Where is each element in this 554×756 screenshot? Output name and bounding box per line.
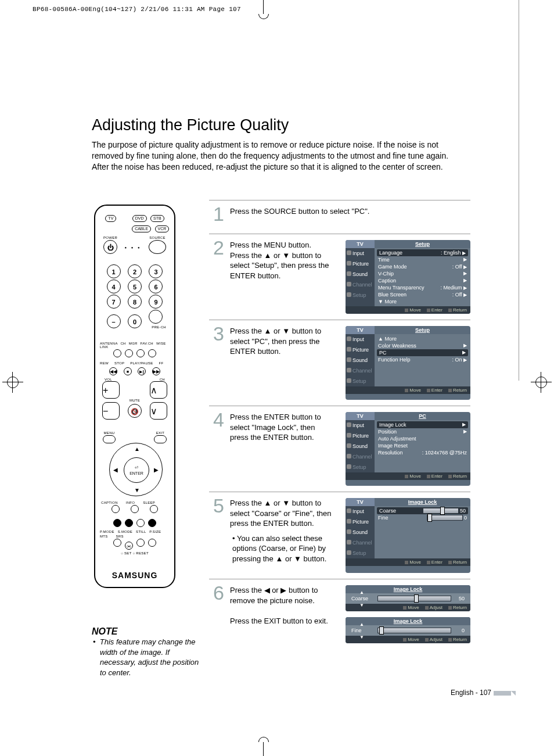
step-6: 6 Press the ◀ or ▶ button to remove the … <box>209 579 470 660</box>
page-title: Adjusting the Picture Quality <box>92 116 289 134</box>
nav-ring: ⏎ENTER ▲ ▼ ◀ ▶ <box>109 443 163 496</box>
footer-bar <box>494 691 511 696</box>
osd-setup-2: TVSetup InputPictureSoundChannelSetup ▲ … <box>346 326 470 400</box>
stop-icon: ■ <box>124 367 132 375</box>
led-dots: ● ● ● <box>124 246 141 249</box>
osd-coarse-slider: Image Lock ▲Coarse▼ 50 MoveAdjustReturn <box>346 585 470 611</box>
menu-label: MENU <box>101 431 117 435</box>
num-1: 1 <box>107 264 121 278</box>
menu-button <box>103 435 116 443</box>
num-2: 2 <box>128 264 142 278</box>
exit-button <box>154 435 167 443</box>
intro-paragraph: The purpose of picture quality adjustmen… <box>92 139 463 173</box>
exit-label: EXIT <box>152 431 168 435</box>
ch-down: ∨ <box>150 402 167 420</box>
num-5: 5 <box>128 280 142 293</box>
osd-setup-1: TVSetup InputPictureSoundChannelSetup La… <box>346 240 470 314</box>
brand-logo: SAMSUNG <box>95 571 174 580</box>
dash-button: – <box>107 314 121 328</box>
mode-stb: STB <box>150 215 164 222</box>
step-4: 4 Press the ENTER button to select "Imag… <box>209 406 470 492</box>
nav-down-icon: ▼ <box>134 487 140 493</box>
num-6: 6 <box>149 280 163 293</box>
play-icon: ▶‖ <box>138 367 146 375</box>
mode-tv: TV <box>105 215 116 222</box>
num-3: 3 <box>149 264 163 278</box>
note-text: • This feature may change the width of t… <box>92 637 202 678</box>
crop-mark-top <box>258 0 270 23</box>
source-label: SOURCE <box>146 236 168 239</box>
enter-button: ⏎ENTER <box>124 457 149 483</box>
page-footer: English - 107 <box>451 689 491 697</box>
step-2: 2 Press the MENU button. Press the ▲ or … <box>209 234 470 320</box>
step-5-bullet: You can also select these options (Coars… <box>232 533 340 564</box>
vol-up: + <box>102 381 120 399</box>
step-3: 3 Press the ▲ or ▼ button to select "PC"… <box>209 320 470 406</box>
mode-vcr: VCR <box>155 225 170 232</box>
num-0: 0 <box>128 314 142 328</box>
power-button: ⏻ <box>103 240 117 254</box>
mode-cable: CABLE <box>132 225 151 232</box>
osd-pc: TVPC InputPictureSoundChannelSetup Image… <box>346 412 470 486</box>
source-button <box>149 240 166 254</box>
ff-icon: ▶▶ <box>152 367 160 375</box>
nav-left-icon: ◀ <box>113 467 118 473</box>
registration-right <box>531 372 552 393</box>
note-title: NOTE <box>92 626 202 637</box>
power-label: POWER <box>101 236 120 239</box>
registration-left <box>2 372 23 393</box>
vol-down: − <box>102 402 120 420</box>
mute-button: 🔇 <box>128 404 142 418</box>
remote-illustration: TV DVD STB CABLE VCR POWER⏻ ● ● ● SOURCE… <box>94 205 175 588</box>
ch-up: ∧ <box>150 381 167 399</box>
note-block: NOTE • This feature may change the width… <box>92 626 202 678</box>
num-8: 8 <box>128 295 142 309</box>
rew-icon: ◀◀ <box>109 367 117 375</box>
row-labels-1: ANTENNA CH MGR FAV.CH WISE LINK <box>95 342 174 349</box>
num-7: 7 <box>107 295 121 309</box>
osd-fine-slider: Image Lock ▲Fine▼ 0 MoveAdjustReturn <box>346 617 470 643</box>
crop-header: BP68-00586A-00Eng(104~127) 2/21/06 11:31… <box>33 6 241 13</box>
nav-right-icon: ▶ <box>154 467 159 473</box>
prech-button <box>149 310 163 324</box>
steps-column: 1 Press the SOURCE button to select "PC"… <box>209 200 470 660</box>
crop-mark-bottom <box>258 733 270 756</box>
page-divider <box>519 0 519 381</box>
mode-dvd: DVD <box>132 215 147 222</box>
num-4: 4 <box>107 280 121 293</box>
osd-image-lock: TVImage Lock InputPictureSoundChannelSet… <box>346 498 470 573</box>
row-labels-3: P.MODE S.MODE STILL P.SIZE <box>95 530 174 533</box>
num-9: 9 <box>149 295 163 309</box>
step-1: 1 Press the SOURCE button to select "PC"… <box>209 200 470 234</box>
footer-caret-icon <box>511 691 516 696</box>
set-reset-label: ○ SET ○ RESET <box>95 551 174 555</box>
step-5: 5 Press the ▲ or ▼ button to select "Coa… <box>209 492 470 579</box>
nav-up-icon: ▲ <box>134 446 140 452</box>
